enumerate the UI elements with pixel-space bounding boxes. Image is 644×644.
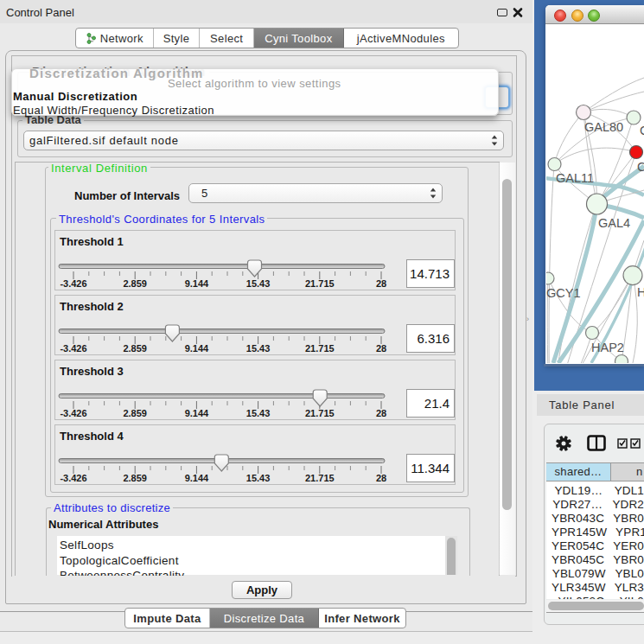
svg-text:2.859: 2.859 xyxy=(123,408,147,418)
svg-text:15.43: 15.43 xyxy=(246,278,271,289)
svg-text:GCY1: GCY1 xyxy=(546,286,581,300)
svg-text:9.144: 9.144 xyxy=(185,278,209,289)
svg-text:GAL80: GAL80 xyxy=(584,120,623,134)
svg-text:28: 28 xyxy=(376,473,386,483)
svg-text:GA: GA xyxy=(640,124,644,137)
svg-text:9.144: 9.144 xyxy=(185,473,209,483)
svg-text:9.144: 9.144 xyxy=(185,343,209,354)
svg-text:H: H xyxy=(637,285,644,299)
svg-text:2.859: 2.859 xyxy=(123,473,147,483)
svg-text:28: 28 xyxy=(376,343,386,354)
svg-text:-3.426: -3.426 xyxy=(60,408,86,418)
svg-text:-3.426: -3.426 xyxy=(60,343,86,354)
svg-text:GAL11: GAL11 xyxy=(556,171,594,185)
svg-text:HAP2: HAP2 xyxy=(591,341,624,354)
svg-text:21.715: 21.715 xyxy=(305,278,335,289)
svg-text:15.43: 15.43 xyxy=(246,343,271,354)
svg-text:GAL4: GAL4 xyxy=(598,216,630,230)
svg-text:21.715: 21.715 xyxy=(305,343,335,354)
svg-text:15.43: 15.43 xyxy=(246,473,271,483)
svg-text:2.859: 2.859 xyxy=(123,343,147,354)
svg-text:-3.426: -3.426 xyxy=(60,278,86,289)
svg-text:28: 28 xyxy=(376,278,386,289)
svg-text:9.144: 9.144 xyxy=(185,408,209,418)
svg-text:2.859: 2.859 xyxy=(123,278,147,289)
svg-text:-3.426: -3.426 xyxy=(60,473,86,483)
svg-text:21.715: 21.715 xyxy=(305,473,335,483)
svg-text:C: C xyxy=(637,160,644,174)
svg-text:15.43: 15.43 xyxy=(246,408,271,418)
svg-text:28: 28 xyxy=(376,408,386,418)
svg-text:21.715: 21.715 xyxy=(305,408,335,418)
